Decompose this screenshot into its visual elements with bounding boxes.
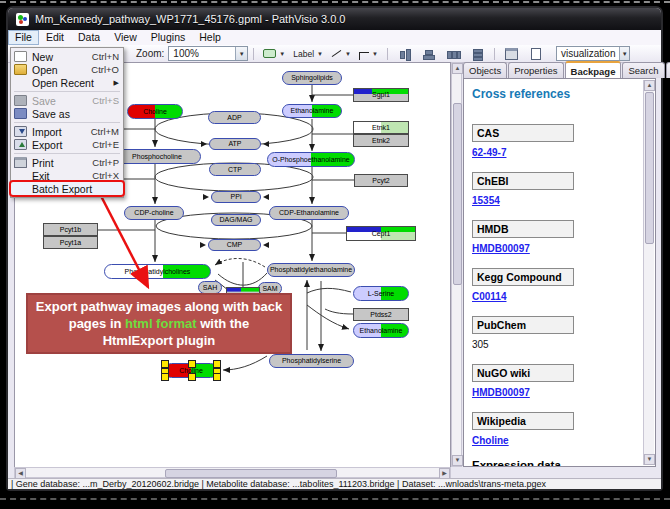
annotation-callout: Export pathway images along with back pa… <box>26 293 292 354</box>
crossref-database-name: PubChem <box>472 316 574 334</box>
pathway-node-cept1[interactable]: Cept1 <box>346 226 416 241</box>
menu-plugins[interactable]: Plugins <box>144 30 192 45</box>
pathway-node-phosphocholine[interactable]: Phosphocholine <box>113 149 201 164</box>
canvas-horizontal-scrollbar[interactable]: ◀ ▶ <box>14 467 451 478</box>
menu-item-label: Batch Export <box>32 183 119 195</box>
canvas-vertical-scrollbar[interactable]: ▲ ▼ <box>451 62 462 467</box>
chevron-down-icon[interactable]: ▼ <box>235 47 247 60</box>
menu-item-save-as[interactable]: Save as <box>11 107 123 120</box>
scroll-down-icon[interactable]: ▼ <box>644 454 655 465</box>
title-bar[interactable]: Mm_Kennedy_pathway_WP1771_45176.gpml - P… <box>8 8 661 30</box>
callout-highlight: html format <box>125 316 197 331</box>
pathway-node-l-serine[interactable]: L-Serine <box>353 286 409 301</box>
scroll-up-icon[interactable]: ▲ <box>644 80 655 91</box>
new-datanode-dropdown[interactable]: ▼ <box>260 46 288 62</box>
menu-shortcut: Ctrl+M <box>91 126 119 137</box>
node-label: Sgpl1 <box>372 88 390 102</box>
zoom-combobox[interactable]: 100% ▼ <box>168 46 248 61</box>
pathway-node-phosphatidylserine[interactable]: Phosphatidylserine <box>269 354 354 368</box>
crossref-link[interactable]: C00114 <box>472 291 506 302</box>
backpage-scroll-thumb[interactable] <box>645 92 654 244</box>
new-line-dropdown[interactable]: ▼ <box>328 46 354 62</box>
menu-item-label: Save <box>32 95 86 107</box>
align-horizontal-center-button[interactable] <box>418 46 440 62</box>
pathway-node-ctp[interactable]: CTP <box>209 163 261 176</box>
crossref-link[interactable]: 62-49-7 <box>472 147 506 158</box>
pathway-node-ethanolamine-2[interactable]: Ethanolamine <box>353 323 409 338</box>
crossref-link[interactable]: HMDB00097 <box>472 387 530 398</box>
screen-edge-top <box>0 1 670 3</box>
distribute-horizontal-button[interactable] <box>442 46 464 62</box>
menu-edit[interactable]: Edit <box>39 30 71 45</box>
crossref-value: Choline <box>472 435 641 446</box>
menu-item-import[interactable]: ImportCtrl+M <box>11 125 123 138</box>
menu-item-export[interactable]: ExportCtrl+E <box>11 138 123 151</box>
pathway-node-sgpl1[interactable]: Sgpl1 <box>353 88 409 102</box>
distribute-vertical-button[interactable] <box>466 46 488 62</box>
vertical-scroll-thumb[interactable] <box>453 103 462 285</box>
crossref-link[interactable]: Choline <box>472 435 509 446</box>
gene-product-icon <box>263 49 276 58</box>
tab-search[interactable]: Search <box>622 62 664 78</box>
pathway-node-phosphatidylethanolamine[interactable]: Phosphatidylethanolamine <box>267 263 355 277</box>
pathway-node-atp[interactable]: ATP <box>209 138 261 150</box>
scroll-up-icon[interactable]: ▲ <box>452 63 463 74</box>
pathway-node-ppi[interactable]: PPi <box>211 191 261 203</box>
node-label: CMP <box>227 239 243 251</box>
visualization-combobox[interactable]: visualization ▼ <box>556 46 630 61</box>
pathway-node-choline[interactable]: Choline <box>127 104 183 119</box>
scroll-down-icon[interactable]: ▼ <box>452 455 463 466</box>
pathway-node-pcyt2[interactable]: Pcyt2 <box>354 174 408 187</box>
menu-item-new[interactable]: NewCtrl+N <box>11 50 123 63</box>
menu-help[interactable]: Help <box>192 30 228 45</box>
menu-item-batch-export[interactable]: Batch Export <box>11 182 123 195</box>
tab-properties[interactable]: Properties <box>508 62 563 78</box>
pathway-node-pcyt1a[interactable]: Pcyt1a <box>43 236 98 249</box>
pathway-node-dag-mag[interactable]: DAG/MAG <box>211 214 261 226</box>
pathway-node-cdp-ethanolamine[interactable]: CDP-Ethanolamine <box>269 206 349 220</box>
tab-legend[interactable]: Legend <box>666 62 670 78</box>
menu-item-print[interactable]: PrintCtrl+P <box>11 156 123 169</box>
common-size-button[interactable] <box>501 46 523 62</box>
tab-objects[interactable]: Objects <box>463 62 507 78</box>
crossref-link[interactable]: HMDB00097 <box>472 243 530 254</box>
align-vertical-center-button[interactable] <box>394 46 416 62</box>
pathway-node-etnk2[interactable]: Etnk2 <box>353 134 409 147</box>
pathway-node-choline-selected[interactable]: Choline <box>164 363 218 378</box>
new-connector-dropdown[interactable]: ▼ <box>356 46 381 62</box>
crossref-value: C00114 <box>472 291 641 302</box>
backpage-scrollbar[interactable]: ▲ ▼ <box>643 80 654 465</box>
align-horizontal-icon <box>423 49 435 59</box>
menu-item-exit[interactable]: ExitCtrl+X <box>11 169 123 182</box>
pathway-node-etnk1[interactable]: Etnk1 <box>353 121 409 134</box>
pathway-node-pcyt1b[interactable]: Pcyt1b <box>43 223 98 236</box>
pathway-node-ethanolamine[interactable]: Ethanolamine <box>282 104 342 118</box>
pathway-node-adp[interactable]: ADP <box>208 111 261 124</box>
chevron-down-icon[interactable]: ▼ <box>619 47 629 60</box>
menu-data[interactable]: Data <box>71 30 107 45</box>
pathway-node-phosphatidylcholines[interactable]: Phosphatidylcholines <box>104 264 211 279</box>
crossref-link[interactable]: 15354 <box>472 195 500 206</box>
selection-handle[interactable] <box>188 373 196 381</box>
pathway-node-ptdss2[interactable]: Ptdss2 <box>353 308 409 321</box>
menu-file[interactable]: File <box>8 30 39 45</box>
menu-view[interactable]: View <box>107 30 144 45</box>
pathway-node-o-phosphoethanolamine[interactable]: O-Phosphoethanolamine <box>267 152 355 167</box>
selection-handle[interactable] <box>161 373 169 381</box>
horizontal-scroll-thumb[interactable] <box>165 469 337 478</box>
pathway-node-cdp-choline[interactable]: CDP-choline <box>124 206 184 220</box>
menu-item-save[interactable]: SaveCtrl+S <box>11 94 123 107</box>
crossref-database-name: CAS <box>472 124 574 142</box>
callout-line-3: HtmlExport plugin <box>30 332 288 349</box>
page-setup-button[interactable] <box>525 46 547 62</box>
pathway-node-sphingolipids[interactable]: Sphingolipids <box>282 71 342 85</box>
menu-item-open-recent[interactable]: Open Recent▶ <box>11 76 123 89</box>
menu-shortcut: Ctrl+S <box>92 95 119 106</box>
menu-item-open[interactable]: OpenCtrl+O <box>11 63 123 76</box>
new-label-dropdown[interactable]: Label▼ <box>290 46 326 62</box>
selection-handle[interactable] <box>213 373 221 381</box>
selection-handle[interactable] <box>188 360 196 368</box>
menu-shortcut: Ctrl+P <box>92 157 119 168</box>
pathway-node-cmp[interactable]: CMP <box>208 239 261 251</box>
save-icon <box>14 95 27 106</box>
